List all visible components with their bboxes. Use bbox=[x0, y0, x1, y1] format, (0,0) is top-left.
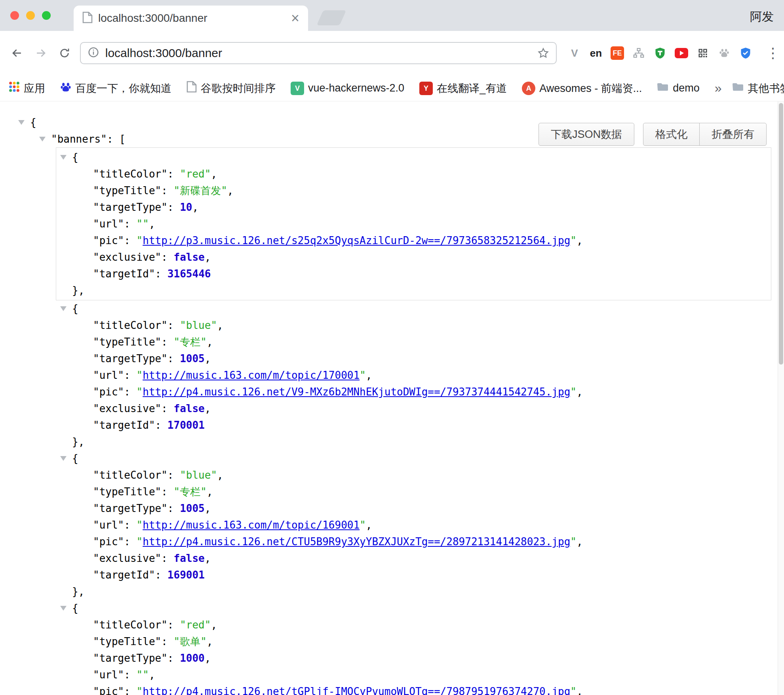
page-icon bbox=[186, 81, 197, 95]
json-line: "targetId": 170001 bbox=[0, 417, 784, 433]
new-tab-button[interactable] bbox=[317, 10, 346, 25]
translate-en-icon[interactable]: en bbox=[588, 46, 603, 61]
json-line: "titleColor": "blue", bbox=[0, 467, 784, 483]
json-line: { bbox=[0, 450, 784, 467]
json-line: "exclusive": false, bbox=[56, 249, 771, 265]
bookmark-item[interactable]: demo bbox=[657, 82, 700, 94]
baidu-paw-icon bbox=[60, 81, 71, 95]
close-window-button[interactable] bbox=[10, 11, 19, 20]
json-line: { bbox=[0, 114, 784, 131]
json-line: "exclusive": false, bbox=[0, 550, 784, 567]
json-line: "banners": [ bbox=[0, 131, 784, 147]
bookmark-label: Awesomes - 前端资... bbox=[539, 81, 642, 95]
awesomes-icon: A bbox=[522, 81, 535, 95]
json-line: "pic": "http://p3.music.126.net/s25q2x5Q… bbox=[56, 232, 771, 249]
collapse-toggle-icon[interactable] bbox=[60, 155, 67, 160]
bookmark-label: 应用 bbox=[24, 81, 45, 95]
json-line: "targetType": 1005, bbox=[0, 500, 784, 517]
url-link[interactable]: http://music.163.com/m/topic/170001 bbox=[143, 369, 360, 381]
info-icon[interactable] bbox=[87, 46, 100, 60]
paw-icon[interactable] bbox=[717, 46, 732, 61]
bookmark-label: vue-hackernews-2.0 bbox=[308, 82, 404, 94]
json-line: }, bbox=[56, 282, 771, 299]
zoom-window-button[interactable] bbox=[42, 11, 51, 20]
json-line: "targetType": 1000, bbox=[0, 650, 784, 666]
shield-check-icon[interactable] bbox=[738, 46, 753, 61]
url-link[interactable]: http://p4.music.126.net/V9-MXz6b2MNhEKju… bbox=[143, 386, 570, 398]
profile-name[interactable]: 阿发 bbox=[750, 9, 774, 25]
forward-button[interactable] bbox=[30, 42, 51, 64]
tab-bar: localhost:3000/banner × 阿发 bbox=[0, 0, 784, 31]
bookmark-item[interactable]: Y在线翻译_有道 bbox=[419, 81, 507, 95]
json-line: }, bbox=[0, 583, 784, 600]
scrollbar-thumb[interactable] bbox=[779, 103, 783, 365]
youtube-icon[interactable] bbox=[674, 46, 689, 61]
json-tree: {"banners": [{"titleColor": "red","typeT… bbox=[0, 114, 784, 695]
minimize-window-button[interactable] bbox=[26, 11, 35, 20]
json-line: { bbox=[0, 600, 784, 617]
bookmark-item[interactable]: 应用 bbox=[9, 81, 45, 95]
json-line: "url": "http://music.163.com/m/topic/170… bbox=[0, 367, 784, 384]
fe-extension-icon[interactable]: FE bbox=[610, 46, 625, 61]
browser-toolbar: localhost:3000/banner VenFE ⋮ bbox=[0, 31, 784, 75]
json-line: }, bbox=[0, 433, 784, 450]
json-line: "pic": "http://p4.music.126.net/CTU5B9R9… bbox=[0, 533, 784, 550]
qrcode-icon[interactable] bbox=[695, 46, 710, 61]
collapse-toggle-icon[interactable] bbox=[60, 606, 67, 611]
vue-icon: V bbox=[291, 81, 304, 95]
json-line: "titleColor": "red", bbox=[56, 166, 771, 182]
tab-title: localhost:3000/banner bbox=[98, 12, 285, 25]
json-line: "pic": "http://p4.music.126.net/tGPljf-I… bbox=[0, 683, 784, 695]
tab-close-icon[interactable]: × bbox=[291, 11, 299, 25]
collapse-toggle-icon[interactable] bbox=[39, 137, 46, 141]
json-line: { bbox=[0, 300, 784, 317]
bookmark-item[interactable]: 谷歌按时间排序 bbox=[186, 81, 276, 95]
json-line: "targetType": 10, bbox=[56, 199, 771, 216]
bookmark-label: 谷歌按时间排序 bbox=[201, 81, 276, 95]
collapse-toggle-icon[interactable] bbox=[60, 306, 67, 311]
collapse-toggle-icon[interactable] bbox=[18, 120, 25, 125]
url-bar[interactable]: localhost:3000/banner bbox=[80, 42, 557, 64]
json-line: "pic": "http://p4.music.126.net/V9-MXz6b… bbox=[0, 384, 784, 400]
page-icon bbox=[82, 11, 93, 25]
bookmark-label: demo bbox=[673, 82, 700, 94]
browser-tab[interactable]: localhost:3000/banner × bbox=[74, 6, 308, 31]
url-link[interactable]: http://p4.music.126.net/tGPljf-IMOCyPvum… bbox=[143, 685, 570, 695]
json-line: "titleColor": "red", bbox=[0, 617, 784, 633]
bookmark-label: 在线翻译_有道 bbox=[437, 81, 507, 95]
url-text[interactable]: localhost:3000/banner bbox=[105, 46, 222, 60]
json-line: "url": "", bbox=[0, 666, 784, 683]
json-line: "url": "", bbox=[56, 216, 771, 232]
v-extension-icon[interactable]: V bbox=[567, 46, 582, 61]
json-line: "typeTitle": "专栏", bbox=[0, 483, 784, 500]
bookmark-star-icon[interactable] bbox=[537, 47, 550, 59]
apps-grid-icon bbox=[9, 81, 20, 95]
url-link[interactable]: http://p4.music.126.net/CTU5B9R9y3XyYBZX… bbox=[143, 536, 570, 548]
json-line: "targetId": 3165446 bbox=[56, 265, 771, 282]
json-line: "exclusive": false, bbox=[0, 400, 784, 417]
url-link[interactable]: http://music.163.com/m/topic/169001 bbox=[143, 519, 360, 531]
bookmarks-overflow-chevron[interactable]: » bbox=[715, 81, 722, 95]
bookmark-item[interactable]: AAwesomes - 前端资... bbox=[522, 81, 642, 95]
youdao-icon: Y bbox=[419, 81, 433, 95]
collapse-toggle-icon[interactable] bbox=[60, 456, 67, 461]
other-bookmarks[interactable]: 其他书签 bbox=[732, 81, 784, 95]
bookmark-item[interactable]: Vvue-hackernews-2.0 bbox=[291, 81, 404, 95]
json-line: "targetType": 1005, bbox=[0, 350, 784, 367]
folder-icon bbox=[657, 82, 669, 94]
bookmark-item[interactable]: 百度一下，你就知道 bbox=[60, 81, 171, 95]
reload-button[interactable] bbox=[54, 42, 75, 64]
back-button[interactable] bbox=[6, 42, 28, 64]
hovered-json-node: {"titleColor": "red","typeTitle": "新碟首发"… bbox=[56, 147, 771, 300]
org-chart-icon[interactable] bbox=[631, 46, 646, 61]
url-link[interactable]: http://p3.music.126.net/s25q2x5QyqsAzilC… bbox=[143, 235, 570, 246]
json-line: { bbox=[56, 149, 771, 166]
vertical-scrollbar[interactable] bbox=[778, 101, 784, 695]
json-line: "titleColor": "blue", bbox=[0, 317, 784, 334]
page-content: 下载JSON数据 格式化 折叠所有 {"banners": [{"titleCo… bbox=[0, 114, 784, 695]
json-line: "typeTitle": "歌单", bbox=[0, 633, 784, 650]
extension-icons: VenFE bbox=[567, 46, 753, 61]
shield-t-icon[interactable] bbox=[653, 46, 668, 61]
menu-icon[interactable]: ⋮ bbox=[766, 45, 778, 61]
json-line: "typeTitle": "新碟首发", bbox=[56, 182, 771, 199]
